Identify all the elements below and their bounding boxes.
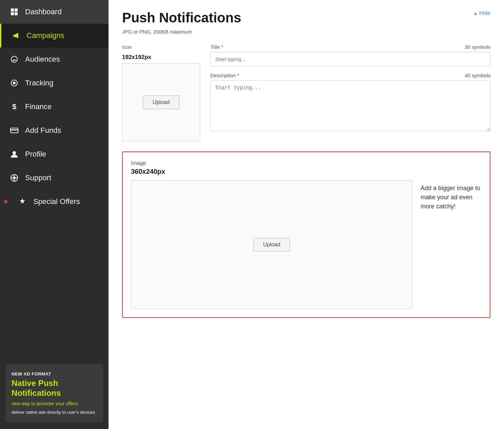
sidebar-item-dashboard[interactable]: Dashboard bbox=[0, 0, 109, 24]
icon-label: Icon bbox=[122, 44, 200, 50]
svg-point-7 bbox=[17, 83, 18, 84]
notification-dot bbox=[4, 200, 7, 203]
special-offers-icon bbox=[18, 198, 27, 206]
campaigns-icon bbox=[11, 32, 20, 40]
title-field-count: 30 symbols bbox=[465, 44, 490, 50]
sidebar-label-profile: Profile bbox=[25, 150, 46, 159]
sidebar-label-dashboard: Dashboard bbox=[25, 7, 62, 16]
sidebar-label-finance: Finance bbox=[25, 102, 52, 111]
main-content: Push Notifications ▲ Hide JPG or PNG, 20… bbox=[109, 0, 504, 429]
promo-description: deliver native ads directly to user's de… bbox=[12, 410, 97, 415]
promo-badge: NEW AD FORMAT bbox=[12, 371, 97, 376]
sidebar-item-campaigns[interactable]: Campaigns bbox=[0, 24, 109, 47]
svg-rect-9 bbox=[11, 129, 18, 130]
subtitle: JPG or PNG, 200KB maximum bbox=[122, 29, 490, 35]
image-section: Image 360x240px Upload Add a bigger imag… bbox=[122, 151, 490, 318]
sidebar-label-tracking: Tracking bbox=[25, 79, 54, 87]
finance-icon: $ bbox=[9, 102, 19, 111]
sidebar-label-support: Support bbox=[25, 173, 51, 182]
svg-rect-2 bbox=[11, 12, 14, 15]
arrow-up-icon: ▲ bbox=[473, 11, 478, 16]
title-field-header: Title * 30 symbols bbox=[210, 44, 490, 50]
svg-point-10 bbox=[13, 151, 16, 155]
sidebar-item-finance[interactable]: $ Finance bbox=[0, 95, 109, 119]
page-title: Push Notifications bbox=[122, 10, 241, 25]
title-input[interactable] bbox=[210, 52, 490, 66]
svg-point-4 bbox=[13, 82, 16, 84]
dashboard-icon bbox=[9, 8, 19, 16]
profile-icon bbox=[9, 150, 19, 158]
sidebar-item-tracking[interactable]: Tracking bbox=[0, 71, 109, 95]
main-header: Push Notifications ▲ Hide bbox=[122, 10, 490, 25]
description-input[interactable] bbox=[210, 80, 490, 131]
add-funds-icon bbox=[9, 127, 19, 134]
svg-point-12 bbox=[13, 177, 16, 179]
description-field-count: 40 symbols bbox=[465, 73, 490, 78]
hide-label: Hide bbox=[479, 10, 490, 16]
image-upload-button[interactable]: Upload bbox=[253, 238, 290, 251]
icon-size: 192x192px bbox=[122, 54, 200, 61]
sidebar-item-support[interactable]: Support bbox=[0, 166, 109, 190]
audiences-icon bbox=[9, 55, 19, 63]
image-upload-box[interactable]: Upload bbox=[131, 180, 412, 309]
svg-rect-0 bbox=[11, 8, 14, 12]
promo-subtitle: new way to promote your offers bbox=[12, 401, 97, 406]
icon-upload-box[interactable]: Upload bbox=[122, 63, 200, 141]
icon-fields-row: Icon 192x192px Upload Title * 30 symbols… bbox=[122, 44, 490, 141]
sidebar-label-add-funds: Add Funds bbox=[25, 126, 61, 135]
image-label: Image bbox=[131, 160, 482, 166]
description-field-label: Description * bbox=[210, 73, 239, 78]
tracking-icon bbox=[9, 79, 19, 87]
sidebar-item-audiences[interactable]: Audiences bbox=[0, 47, 109, 71]
icon-upload-section: Icon 192x192px Upload bbox=[122, 44, 200, 141]
promo-title: Native Push Notifications bbox=[12, 379, 97, 398]
svg-rect-1 bbox=[15, 8, 18, 12]
sidebar-label-audiences: Audiences bbox=[25, 55, 60, 64]
image-side-text: Add a bigger image to make your ad even … bbox=[421, 180, 482, 211]
description-field-header: Description * 40 symbols bbox=[210, 73, 490, 78]
sidebar: Dashboard Campaigns Audiences Tracking $… bbox=[0, 0, 109, 429]
icon-upload-button[interactable]: Upload bbox=[143, 96, 180, 109]
svg-rect-3 bbox=[15, 12, 18, 15]
promo-box: NEW AD FORMAT Native Push Notifications … bbox=[5, 364, 103, 422]
svg-point-6 bbox=[11, 83, 12, 84]
image-size: 360x240px bbox=[131, 168, 482, 176]
hide-button[interactable]: ▲ Hide bbox=[473, 10, 490, 16]
sidebar-label-special-offers: Special Offers bbox=[33, 197, 80, 206]
title-description-section: Title * 30 symbols Description * 40 symb… bbox=[210, 44, 490, 141]
title-field-label: Title * bbox=[210, 44, 223, 50]
support-icon bbox=[9, 174, 19, 182]
sidebar-item-profile[interactable]: Profile bbox=[0, 142, 109, 166]
sidebar-item-add-funds[interactable]: Add Funds bbox=[0, 119, 109, 142]
sidebar-item-special-offers[interactable]: Special Offers bbox=[0, 190, 109, 213]
image-content-row: Upload Add a bigger image to make your a… bbox=[131, 180, 482, 309]
sidebar-label-campaigns: Campaigns bbox=[26, 31, 64, 40]
